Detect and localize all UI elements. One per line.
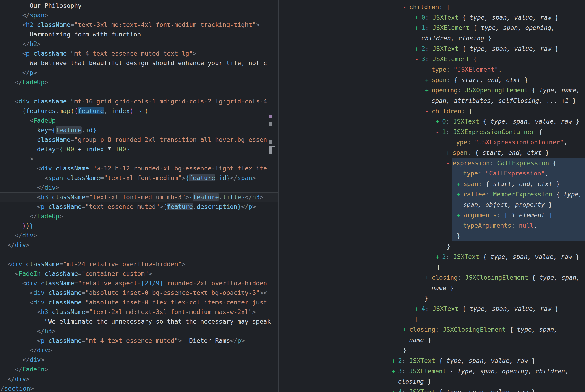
- expand-toggle[interactable]: +: [392, 356, 398, 366]
- expand-toggle[interactable]: +: [425, 272, 432, 283]
- expand-toggle[interactable]: +: [457, 189, 463, 200]
- ast-node-row[interactable]: -3: JSXElement {: [415, 54, 477, 64]
- expand-toggle[interactable]: +: [415, 12, 421, 23]
- code-line[interactable]: <span className="text-xl font-medium">{f…: [0, 173, 278, 183]
- ast-node-row[interactable]: -children: [: [425, 106, 472, 116]
- code-line-current[interactable]: <h3 className="text-xl font-medium mb-3"…: [0, 192, 278, 202]
- code-line[interactable]: <div className="absolute inset-0 bg-esse…: [0, 288, 278, 298]
- ast-node-row[interactable]: +2: JSXText { type, span, value, raw }: [415, 44, 559, 54]
- code-line[interactable]: </div>: [0, 374, 278, 384]
- ast-node-row[interactable]: +span: { start, end, ctxt }: [425, 75, 528, 85]
- code-line[interactable]: </section>: [0, 384, 270, 392]
- code-line[interactable]: <FadeUp: [0, 116, 278, 125]
- collapse-toggle[interactable]: -: [446, 158, 453, 168]
- expand-toggle[interactable]: +: [457, 179, 463, 189]
- code-line[interactable]: <p className="mt-4 text-essence-muted">—…: [0, 336, 278, 346]
- expand-toggle[interactable]: +: [457, 210, 463, 220]
- ast-node-row[interactable]: closing }: [398, 376, 431, 387]
- code-line[interactable]: </h3>: [0, 326, 278, 336]
- ast-node-row[interactable]: +2: JSXText { type, span, value, raw }: [392, 356, 535, 366]
- ast-node-row[interactable]: +1: JSXElement { type, span, opening,: [415, 22, 555, 33]
- code-line[interactable]: <p className="text-essence-muted">{featu…: [0, 202, 278, 212]
- ast-node-row[interactable]: }: [403, 345, 406, 356]
- code-line[interactable]: </FadeUp>: [0, 78, 278, 87]
- code-line[interactable]: </div>: [0, 231, 278, 240]
- code-line[interactable]: <h3 className="text-2xl md:text-3xl font…: [0, 307, 278, 317]
- code-line[interactable]: Harmonizing form with function: [0, 30, 278, 39]
- ast-node-row[interactable]: +arguments: [ 1 element ]: [457, 210, 552, 220]
- code-line[interactable]: delay={100 + index * 100}: [0, 144, 278, 154]
- expand-toggle[interactable]: +: [415, 44, 421, 54]
- code-line[interactable]: <div className="absolute inset-0 flex fl…: [0, 298, 278, 307]
- ast-node-row[interactable]: +span: { start, end, ctxt }: [457, 179, 560, 189]
- ast-node-row[interactable]: }: [457, 231, 460, 241]
- ast-node-row[interactable]: +0: JSXText { type, span, value, raw }: [436, 116, 579, 127]
- code-line[interactable]: [0, 250, 274, 259]
- ast-node-row[interactable]: }: [424, 293, 428, 304]
- expand-toggle[interactable]: +: [392, 366, 398, 376]
- ast-node-row[interactable]: }: [447, 241, 450, 252]
- code-line[interactable]: </h2>: [0, 39, 278, 49]
- expand-toggle[interactable]: +: [415, 22, 421, 33]
- ast-node-row[interactable]: +closing: JSXClosingElement { type, span…: [403, 324, 558, 335]
- expand-toggle[interactable]: +: [436, 252, 442, 262]
- ast-node-row[interactable]: type: "JSXExpressionContainer",: [452, 137, 567, 148]
- expand-toggle[interactable]: +: [446, 148, 453, 158]
- expand-toggle[interactable]: +: [392, 387, 398, 392]
- ast-node-row[interactable]: +span: { start, end, ctxt }: [446, 148, 549, 158]
- ast-node-row[interactable]: span, attributes, selfClosing, ... +1 }: [431, 96, 576, 106]
- ast-node-row[interactable]: -expression: CallExpression {: [446, 158, 556, 168]
- ast-node-row[interactable]: +opening: JSXOpeningElement { type, name…: [425, 85, 580, 96]
- code-line[interactable]: <div className="relative aspect-[21/9] r…: [0, 278, 278, 288]
- ast-node-row[interactable]: ]: [436, 262, 440, 272]
- overview-ruler[interactable]: [268, 0, 278, 392]
- ast-node-row[interactable]: name }: [409, 335, 431, 345]
- ast-node-row[interactable]: +3: JSXElement { type, span, opening, ch…: [392, 366, 569, 376]
- ast-node-row[interactable]: name }: [431, 283, 454, 293]
- code-line[interactable]: <h2 className="text-3xl md:text-4xl font…: [0, 20, 278, 30]
- ast-node-row[interactable]: +closing: JSXClosingElement { type, span…: [425, 272, 580, 283]
- ast-node-row[interactable]: typeArguments: null,: [463, 220, 537, 231]
- collapse-toggle[interactable]: -: [403, 2, 409, 12]
- collapse-toggle[interactable]: -: [436, 127, 442, 137]
- code-line[interactable]: </div>: [0, 240, 278, 250]
- code-line[interactable]: <FadeIn className="container-custom">: [0, 269, 278, 278]
- ast-node-row[interactable]: children, closing }: [421, 33, 492, 44]
- code-line[interactable]: </div>: [0, 346, 278, 355]
- ast-node-row[interactable]: -children: [: [403, 2, 450, 12]
- code-line[interactable]: <div className="w-12 h-12 rounded-xl bg-…: [0, 164, 278, 173]
- code-line[interactable]: >: [0, 154, 278, 164]
- code-line[interactable]: Our Philosophy: [0, 1, 278, 10]
- code-line[interactable]: className="group p-8 rounded-2xl transit…: [0, 135, 278, 144]
- code-line[interactable]: </span>: [0, 10, 278, 20]
- code-line[interactable]: <div className="mt-16 grid grid-cols-1 m…: [0, 97, 278, 106]
- code-area[interactable]: Our Philosophy</span><h2 className="text…: [0, 1, 274, 392]
- code-line[interactable]: ))}: [0, 221, 278, 231]
- ast-node-row[interactable]: type: "JSXElement",: [431, 64, 502, 75]
- code-line[interactable]: </p>: [0, 68, 278, 78]
- ast-node-row[interactable]: span, object, property }: [463, 200, 552, 210]
- ast-node-row[interactable]: -1: JSXExpressionContainer {: [436, 127, 542, 137]
- collapse-toggle[interactable]: -: [415, 54, 421, 64]
- ast-node-row[interactable]: +2: JSXText { type, span, value, raw }: [436, 252, 579, 262]
- ast-node-row[interactable]: +0: JSXText { type, span, value, raw }: [415, 12, 559, 23]
- code-line[interactable]: </div>: [0, 183, 278, 192]
- expand-toggle[interactable]: +: [425, 75, 432, 85]
- ast-node-row[interactable]: +callee: MemberExpression { type,: [457, 189, 582, 200]
- expand-toggle[interactable]: +: [403, 324, 409, 335]
- code-line[interactable]: </FadeUp>: [0, 212, 278, 221]
- code-line[interactable]: <p className="mt-4 text-essence-muted te…: [0, 49, 278, 58]
- expand-toggle[interactable]: +: [436, 116, 442, 127]
- code-line[interactable]: </div>: [0, 355, 278, 365]
- code-line[interactable]: </FadeIn>: [0, 365, 278, 374]
- ast-node-row[interactable]: +4: JSXText { type, span, value, raw }: [392, 387, 535, 392]
- code-line[interactable]: <div className="mt-24 relative overflow-…: [0, 259, 278, 269]
- ast-node-row[interactable]: type: "CallExpression",: [463, 168, 548, 179]
- code-line[interactable]: We believe that beautiful design should …: [0, 58, 278, 68]
- ast-node-row[interactable]: ]: [414, 314, 418, 324]
- code-line[interactable]: "We eliminate the unnecessary so that th…: [0, 317, 278, 326]
- ast-node-row[interactable]: +4: JSXText { type, span, value, raw }: [415, 304, 559, 314]
- collapse-toggle[interactable]: -: [425, 106, 432, 116]
- code-line[interactable]: [0, 87, 274, 97]
- expand-toggle[interactable]: +: [425, 85, 432, 96]
